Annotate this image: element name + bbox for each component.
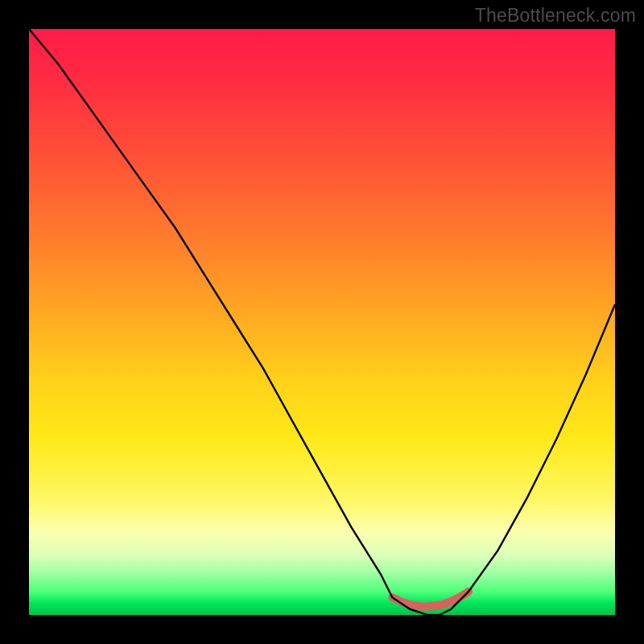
curve-layer bbox=[29, 29, 615, 615]
bottleneck-curve bbox=[29, 29, 615, 615]
chart-frame: TheBottleneck.com bbox=[0, 0, 644, 644]
watermark-text: TheBottleneck.com bbox=[475, 5, 636, 27]
plot-area bbox=[29, 29, 615, 615]
